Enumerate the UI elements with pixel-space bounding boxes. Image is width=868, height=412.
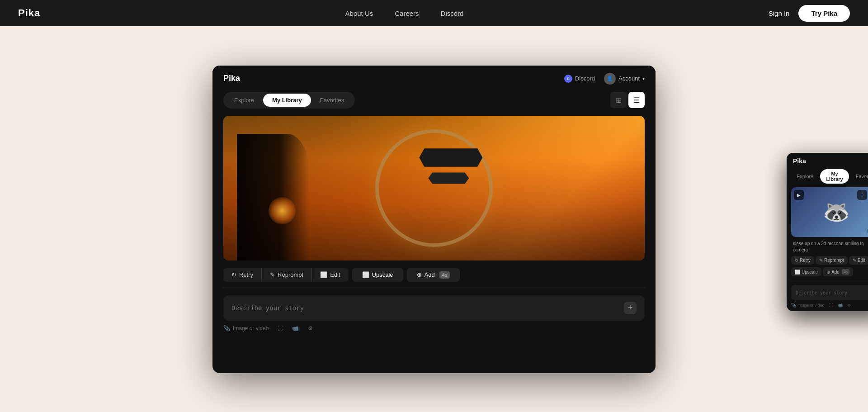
view-toggle: ⊞ ☰ [610, 92, 645, 108]
sign-in-button[interactable]: Sign In [769, 9, 790, 17]
mini-card-overlay-left: ▶ [794, 190, 804, 200]
mini-more-button[interactable]: ⋮ [857, 190, 867, 200]
discord-link[interactable]: d Discord [564, 75, 595, 83]
reprompt-button[interactable]: ✎ Reprompt [262, 268, 312, 282]
mini-edit-icon: ✎ [853, 258, 856, 263]
nav-link-careers[interactable]: Careers [395, 9, 419, 17]
ship-small [428, 171, 469, 185]
video-container [223, 116, 645, 260]
tab-bar: Explore My Library Favorites ⊞ ☰ [212, 92, 656, 116]
mini-tab-bar: Explore My Library Favorites [787, 169, 868, 187]
mini-reprompt-icon: ✎ [819, 258, 823, 263]
scene-overlay [223, 116, 645, 260]
mini-divider [791, 282, 868, 282]
mini-upscale-button[interactable]: ⬜ Upscale [791, 267, 821, 276]
mini-add-button[interactable]: ⊕ Add 4s [823, 267, 853, 276]
action-group-left: ↻ Retry ✎ Reprompt ⬜ Edit [223, 268, 349, 282]
silhouette [237, 134, 309, 260]
mini-play-button[interactable]: ▶ [794, 190, 804, 200]
tabs-container: Explore My Library Favorites [223, 92, 355, 109]
mini-expand-icon: ⛶ [829, 303, 833, 308]
mini-image-or-video-tool[interactable]: 📎 Image or video [791, 303, 825, 308]
mini-prompt-input-container: Describe your story + [791, 285, 868, 300]
attachment-icon: 📎 [223, 325, 230, 331]
mini-fullscreen-tool[interactable]: ⛶ [829, 303, 833, 308]
grid-view-button[interactable]: ⊞ [610, 92, 627, 108]
account-button[interactable]: 👤 Account ▾ [604, 73, 645, 85]
prompt-tools: 📎 Image or video ⛶ 📹 ⚙ [223, 325, 645, 331]
mini-tab-explore[interactable]: Explore [791, 169, 819, 184]
ship-large [419, 147, 482, 168]
fullscreen-tool[interactable]: ⛶ [278, 325, 283, 331]
mini-action-buttons-row2: ⬜ Upscale ⊕ Add 4s [787, 267, 868, 279]
mini-prompt-placeholder: Describe your story [796, 290, 847, 295]
tab-favorites[interactable]: Favorites [311, 94, 353, 107]
account-avatar: 👤 [604, 73, 616, 85]
prompt-input-container: + [223, 295, 645, 321]
nav-link-about-us[interactable]: About Us [345, 9, 373, 17]
app-window: Pika d Discord 👤 Account ▾ Explore My Li… [212, 66, 656, 373]
mini-retry-button[interactable]: ↻ Retry [791, 256, 814, 265]
mini-window: Pika ? ▾ Explore My Library Favorites 🦝 … [787, 153, 868, 311]
mini-video-prompt: close up on a 3d raccoon smiling to came… [787, 237, 868, 256]
retry-icon: ↻ [231, 271, 236, 278]
expand-icon: ⛶ [278, 325, 283, 331]
edit-icon: ⬜ [320, 271, 327, 278]
try-pika-button[interactable]: Try Pika [798, 5, 850, 22]
mini-retry-label: Retry [800, 258, 811, 263]
prompt-plus-button[interactable]: + [624, 302, 637, 314]
app-header-right: d Discord 👤 Account ▾ [564, 73, 645, 85]
mini-video-card: 🦝 ▶ ⋮ ↗ Pi♥ [791, 187, 868, 237]
mini-reprompt-button[interactable]: ✎ Reprompt [816, 256, 848, 265]
mini-edit-button[interactable]: ✎ Edit [849, 256, 868, 265]
app-header: Pika d Discord 👤 Account ▾ [212, 66, 656, 92]
mini-settings-icon: ⚙ [847, 303, 851, 308]
app-logo: Pika [223, 74, 240, 83]
mini-action-buttons: ↻ Retry ✎ Reprompt ✎ Edit [787, 256, 868, 267]
chevron-down-icon: ▾ [642, 76, 645, 81]
list-view-button[interactable]: ☰ [628, 92, 645, 108]
mini-logo: Pika [793, 157, 806, 165]
upscale-label: Upscale [372, 271, 393, 278]
mini-reprompt-label: Reprompt [824, 258, 844, 263]
ships-area [419, 147, 482, 185]
nav-link-discord[interactable]: Discord [441, 9, 464, 17]
upscale-button[interactable]: ⬜ Upscale [352, 268, 403, 282]
image-or-video-tool[interactable]: 📎 Image or video [223, 325, 269, 331]
mini-video-tool[interactable]: 📹 [838, 303, 843, 308]
prompt-area: + 📎 Image or video ⛶ 📹 ⚙ [212, 288, 656, 339]
duration-badge: 4s [439, 271, 450, 279]
top-navigation: Pika About Us Careers Discord Sign In Tr… [0, 0, 868, 26]
retry-label: Retry [239, 271, 253, 278]
camera-icon: 📹 [292, 325, 299, 331]
edit-button[interactable]: ⬜ Edit [312, 268, 348, 282]
account-label: Account [618, 75, 640, 82]
prompt-input[interactable] [231, 304, 624, 312]
tab-my-library[interactable]: My Library [263, 94, 311, 107]
add-label: Add [425, 271, 435, 278]
mini-prompt-tools: 📎 Image or video ⛶ 📹 ⚙ [787, 300, 868, 308]
mini-add-icon: ⊕ [826, 270, 830, 275]
settings-icon: ⚙ [308, 325, 313, 331]
edit-label: Edit [330, 271, 340, 278]
reprompt-icon: ✎ [270, 271, 275, 278]
mini-attachment-icon: 📎 [791, 303, 796, 308]
add-button[interactable]: ⊕ Add 4s [407, 268, 460, 282]
settings-tool[interactable]: ⚙ [308, 325, 313, 331]
nav-links: About Us Careers Discord [345, 9, 464, 17]
mini-tab-my-library[interactable]: My Library [820, 169, 849, 184]
retry-button[interactable]: ↻ Retry [223, 268, 262, 282]
discord-icon: d [564, 75, 572, 83]
mini-card-overlay: ⋮ ↗ [857, 190, 868, 200]
mini-tab-favorites[interactable]: Favorites [850, 169, 868, 184]
mini-upscale-icon: ⬜ [795, 270, 800, 275]
portal-ring [375, 129, 493, 247]
nav-logo: Pika [18, 7, 40, 19]
mini-settings-tool[interactable]: ⚙ [847, 303, 851, 308]
mini-add-label: Add [831, 270, 840, 275]
tab-explore[interactable]: Explore [225, 94, 263, 107]
mini-image-or-video-label: Image or video [797, 303, 825, 308]
video-placeholder [223, 116, 645, 260]
video-tool[interactable]: 📹 [292, 325, 299, 331]
add-icon: ⊕ [417, 271, 422, 278]
